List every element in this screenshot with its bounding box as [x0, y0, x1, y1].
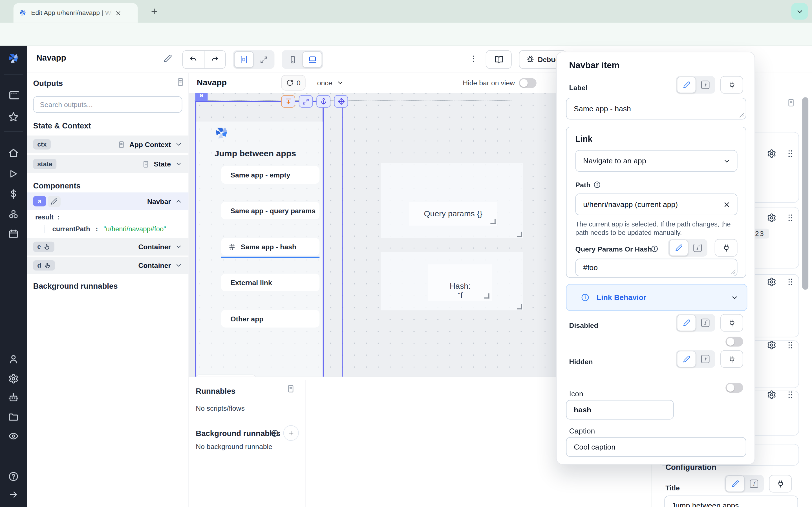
resize-handle[interactable] [484, 293, 489, 298]
gear-icon[interactable] [767, 390, 776, 399]
clear-path-icon[interactable] [723, 201, 731, 209]
config-title-input[interactable]: Jump between apps [665, 496, 798, 507]
center-layout-button[interactable] [234, 51, 254, 68]
sidebar-item-audit-logs[interactable] [8, 431, 18, 441]
expr-mode-button[interactable]: f [696, 351, 714, 367]
label-connect-button[interactable] [720, 76, 743, 94]
full-width-button[interactable] [254, 51, 273, 68]
container-d-row[interactable]: d Container [27, 257, 189, 274]
gear-icon[interactable] [767, 277, 776, 286]
static-mode-button[interactable] [677, 76, 696, 93]
hidden-connect-button[interactable] [720, 350, 743, 368]
sidebar-item-favorites[interactable] [8, 112, 18, 122]
path-input[interactable]: u/henri/navapp (current app) [575, 193, 738, 215]
add-bg-runnable-button[interactable] [283, 425, 299, 441]
hide-bar-toggle[interactable] [519, 78, 537, 88]
container-d-box[interactable]: Hash: "f [380, 252, 523, 311]
schedule-chevron-icon[interactable] [336, 79, 344, 87]
nav-item-empty[interactable]: Same app - empty [221, 166, 319, 184]
icon-input[interactable]: hash [566, 400, 674, 420]
anchor-button[interactable] [316, 95, 331, 108]
state-chevron-icon[interactable] [175, 160, 183, 168]
undo-button[interactable] [183, 51, 204, 68]
static-mode-button[interactable] [677, 351, 696, 367]
gear-icon[interactable] [767, 213, 776, 223]
gear-icon[interactable] [767, 149, 776, 158]
refresh-counter[interactable]: 0 [281, 75, 306, 91]
ctx-row[interactable]: ctx App Context [27, 135, 189, 153]
title-connect-button[interactable] [769, 475, 792, 492]
drag-handle-icon[interactable] [785, 390, 795, 399]
browser-tab[interactable]: Edit App u/henri/navapp | Win [13, 3, 138, 23]
drag-handle-icon[interactable] [785, 277, 795, 286]
caption-input[interactable]: Cool caption [566, 437, 746, 457]
resize-handle-outer[interactable] [517, 232, 522, 237]
settings-doc-icon[interactable] [786, 98, 795, 107]
gear-icon[interactable] [767, 341, 776, 350]
schedule-mode[interactable]: once [317, 79, 333, 87]
move-button[interactable] [334, 95, 348, 108]
mobile-view-button[interactable] [283, 51, 303, 68]
sidebar-item-settings[interactable] [8, 374, 18, 384]
sidebar-item-variables[interactable] [8, 189, 18, 199]
desktop-view-button[interactable] [303, 51, 322, 68]
qph-input[interactable]: #foo [575, 259, 738, 276]
disabled-connect-button[interactable] [720, 314, 743, 332]
container-e-row[interactable]: e Container [27, 238, 189, 256]
static-mode-button[interactable] [677, 315, 696, 331]
expr-mode-button[interactable]: f [745, 476, 763, 492]
sidebar-item-home[interactable] [8, 148, 18, 158]
link-type-select[interactable]: Navigate to an app [575, 150, 738, 172]
docs-button[interactable] [486, 50, 512, 69]
hidden-toggle[interactable] [725, 383, 743, 393]
sidebar-item-folders[interactable] [8, 412, 18, 422]
drag-handle-icon[interactable] [785, 341, 795, 350]
container-e-chevron-icon[interactable] [175, 243, 183, 250]
sidebar-item-runs[interactable] [8, 169, 18, 179]
nav-item-external[interactable]: External link [221, 274, 319, 291]
static-mode-button[interactable] [725, 475, 745, 492]
tab-search-button[interactable] [792, 3, 808, 20]
sidebar-item-help[interactable] [8, 471, 18, 482]
expr-mode-button[interactable]: f [696, 77, 714, 93]
scrollbar-thumb[interactable] [802, 97, 808, 290]
navbar-chevron-icon[interactable] [175, 198, 183, 205]
sidebar-item-apps[interactable] [8, 89, 18, 100]
expr-mode-button[interactable]: f [696, 315, 714, 331]
state-row[interactable]: state State [27, 155, 189, 173]
windmill-logo[interactable] [7, 52, 20, 65]
qph-connect-button[interactable] [715, 239, 738, 257]
nav-item-other-app[interactable]: Other app [221, 310, 319, 327]
nav-item-hash[interactable]: Same app - hash [221, 238, 319, 256]
expr-mode-button[interactable]: f [688, 240, 706, 256]
sidebar-expand-icon[interactable] [8, 490, 18, 500]
navbar-component[interactable]: Jump between apps Same app - empty Same … [196, 122, 323, 377]
redo-button[interactable] [204, 51, 225, 68]
search-outputs-input[interactable]: Search outputs... [33, 96, 183, 113]
static-mode-button[interactable] [669, 239, 688, 256]
sidebar-item-resources[interactable] [8, 209, 18, 219]
textarea-resize-handle[interactable] [731, 270, 735, 274]
fill-height-button[interactable] [299, 95, 313, 108]
expand-down-button[interactable] [281, 95, 295, 108]
more-menu-icon[interactable] [469, 54, 478, 63]
outputs-doc-icon[interactable] [176, 78, 185, 87]
resize-handle[interactable] [490, 219, 495, 224]
new-tab-icon[interactable] [150, 7, 158, 15]
container-e-box[interactable]: Query params {} [380, 163, 523, 238]
edit-title-icon[interactable] [163, 54, 172, 62]
sidebar-item-schedules[interactable] [8, 229, 18, 239]
nav-item-query-params[interactable]: Same app - query params [221, 202, 319, 219]
disabled-toggle[interactable] [725, 337, 743, 347]
navbar-edit-chip[interactable] [48, 196, 61, 207]
drag-handle-icon[interactable] [785, 149, 795, 158]
label-input[interactable]: Same app - hash [566, 98, 746, 119]
container-d-chevron-icon[interactable] [175, 262, 183, 269]
textarea-resize-handle[interactable] [740, 113, 744, 117]
sidebar-item-workers[interactable] [8, 393, 18, 403]
sidebar-item-users[interactable] [8, 354, 18, 364]
component-tag[interactable]: a [195, 93, 207, 101]
link-behavior-box[interactable]: Link Behavior [566, 284, 748, 311]
tab-close-icon[interactable] [115, 10, 122, 16]
runnables-doc-icon[interactable] [287, 385, 295, 393]
